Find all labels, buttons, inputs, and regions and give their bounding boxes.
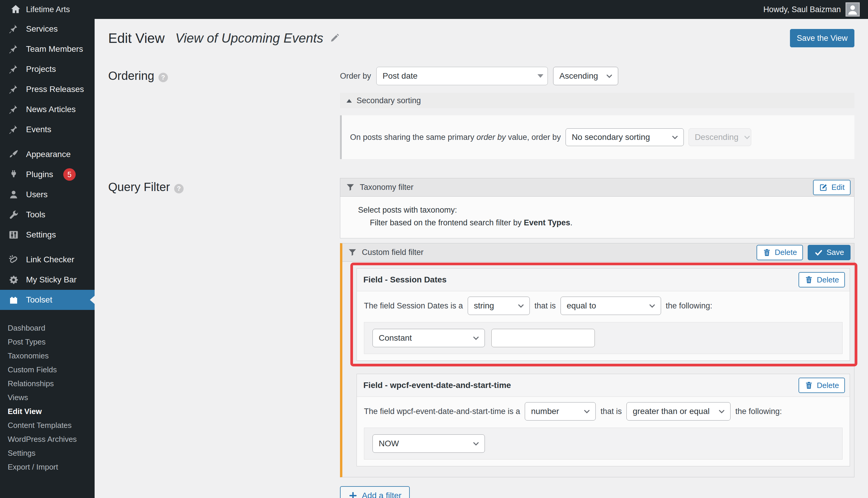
menu-separator	[0, 140, 95, 144]
submenu-item-settings[interactable]: Settings	[0, 446, 95, 460]
value-source-select[interactable]: NOW	[373, 434, 485, 453]
comparison-value: greater than or equal	[633, 407, 709, 416]
custom-filter-save-button[interactable]: Save	[808, 245, 851, 260]
taxonomy-edit-label: Edit	[831, 183, 845, 192]
sidebar-item-toolset[interactable]: Toolset	[0, 290, 95, 310]
admin-bar-site[interactable]: Lifetime Arts	[10, 4, 70, 15]
submenu-item-custom-fields[interactable]: Custom Fields	[0, 363, 95, 377]
comparison-value: equal to	[567, 301, 596, 311]
value-source-value: Constant	[379, 333, 412, 343]
sidebar-item-label: Services	[26, 24, 58, 34]
order-direction-select[interactable]: Ascending	[553, 67, 618, 85]
sidebar-item-events[interactable]: Events	[0, 119, 95, 140]
comparison-select[interactable]: greater than or equal	[626, 402, 731, 420]
secondary-sentence: On posts sharing the same primary order …	[350, 133, 561, 142]
help-icon[interactable]: ?	[174, 184, 184, 193]
sidebar-item-news-articles[interactable]: News Articles	[0, 100, 95, 119]
taxonomy-summary-line1: Select posts with taxonomy:	[358, 206, 847, 215]
pushpin-icon	[8, 44, 19, 54]
howdy-text[interactable]: Howdy, Saul Baizman	[763, 5, 841, 14]
help-icon[interactable]: ?	[159, 73, 168, 82]
field-type-select[interactable]: string	[468, 297, 530, 315]
submenu-item-post-types[interactable]: Post Types	[0, 335, 95, 349]
admin-bar: Lifetime Arts Howdy, Saul Baizman	[0, 0, 868, 19]
sentence-prefix: The field wpcf-event-date-and-start-time…	[364, 407, 520, 416]
site-name[interactable]: Lifetime Arts	[26, 5, 70, 14]
submenu-item-views[interactable]: Views	[0, 391, 95, 405]
taxonomy-filter-panel: Taxonomy filter Edit Select posts with t…	[340, 178, 854, 238]
menu-separator	[0, 245, 95, 250]
avatar[interactable]	[845, 2, 860, 16]
brush-icon	[8, 149, 19, 160]
submenu-item-content-templates[interactable]: Content Templates	[0, 418, 95, 432]
edit-view-form: Ordering ? Order by Post date Ascending …	[95, 50, 868, 498]
secondary-sorting-panel: On posts sharing the same primary order …	[340, 115, 854, 159]
submenu-item-export-import[interactable]: Export / Import	[0, 460, 95, 474]
brick-icon	[8, 294, 19, 305]
field-type-value: string	[474, 301, 494, 311]
admin-sidebar: Services Team Members Projects Press Rel…	[0, 19, 95, 498]
field-event-date-value-box: NOW	[364, 428, 843, 460]
sidebar-item-users[interactable]: Users	[0, 185, 95, 205]
secondary-sorting-toggle[interactable]: Secondary sorting	[340, 93, 854, 108]
sidebar-item-label: Settings	[26, 230, 56, 239]
field-event-date-title: Field - wpcf-event-date-and-start-time	[363, 381, 511, 390]
constant-value-input[interactable]	[491, 329, 595, 347]
trash-icon	[804, 275, 813, 284]
taxonomy-filter-body: Select posts with taxonomy: Filter based…	[340, 197, 854, 238]
sidebar-item-services[interactable]: Services	[0, 19, 95, 39]
plugins-update-badge: 5	[63, 168, 76, 181]
field-session-dates-sentence: The field Session Dates is a string that…	[364, 297, 843, 315]
custom-field-filter-panel: Custom field filter Delete Save	[340, 243, 854, 477]
sentence-that-is: that is	[600, 407, 622, 416]
sidebar-item-label: Link Checker	[26, 255, 74, 264]
order-by-label: Order by	[340, 71, 371, 81]
taxonomy-edit-button[interactable]: Edit	[813, 180, 851, 195]
person-icon	[846, 3, 859, 16]
custom-field-filter-title: Custom field filter	[362, 248, 424, 257]
submenu-item-dashboard[interactable]: Dashboard	[0, 321, 95, 335]
sidebar-item-projects[interactable]: Projects	[0, 59, 95, 79]
sidebar-item-label: Appearance	[26, 149, 71, 159]
chevron-down-icon	[717, 407, 726, 416]
sidebar-item-label: My Sticky Bar	[26, 275, 77, 285]
pushpin-icon	[8, 104, 19, 115]
taxonomy-line2-suffix: .	[570, 218, 573, 227]
custom-field-filter-header: Custom field filter Delete Save	[342, 244, 854, 262]
value-source-select[interactable]: Constant	[373, 329, 485, 347]
secondary-direction-value: Descending	[695, 132, 738, 142]
sidebar-item-label: News Articles	[26, 105, 76, 114]
custom-filter-delete-button[interactable]: Delete	[757, 245, 803, 260]
submenu-item-taxonomies[interactable]: Taxonomies	[0, 349, 95, 363]
submenu-item-wordpress-archives[interactable]: WordPress Archives	[0, 432, 95, 446]
edit-title-icon[interactable]	[329, 33, 340, 43]
secondary-sorting-select[interactable]: No secondary sorting	[565, 128, 684, 146]
taxonomy-line2-prefix: Filter based on the frontend search filt…	[370, 218, 521, 227]
taxonomy-filter-title: Taxonomy filter	[360, 183, 414, 192]
sidebar-item-my-sticky-bar[interactable]: My Sticky Bar	[0, 270, 95, 290]
sidebar-item-label: Press Releases	[26, 84, 84, 94]
sentence-suffix: the following:	[735, 407, 782, 416]
order-by-select[interactable]: Post date	[376, 67, 548, 85]
sidebar-item-plugins[interactable]: Plugins 5	[0, 165, 95, 185]
sidebar-item-team-members[interactable]: Team Members	[0, 39, 95, 59]
sidebar-item-settings[interactable]: Settings	[0, 225, 95, 245]
admin-bar-account[interactable]: Howdy, Saul Baizman	[763, 2, 860, 16]
field-session-dates-delete-button[interactable]: Delete	[799, 272, 845, 287]
sidebar-item-link-checker[interactable]: Link Checker	[0, 250, 95, 270]
save-view-button[interactable]: Save the View	[790, 29, 854, 47]
add-filter-button[interactable]: Add a filter	[340, 486, 410, 498]
collapse-triangle-icon	[347, 96, 352, 103]
field-type-select[interactable]: number	[525, 402, 596, 420]
submenu-item-edit-view[interactable]: Edit View	[0, 405, 95, 418]
comparison-select[interactable]: equal to	[561, 297, 661, 315]
secondary-sentence-prefix: On posts sharing the same primary	[350, 133, 474, 142]
query-filter-section-label: Query Filter ?	[108, 178, 340, 194]
sidebar-item-appearance[interactable]: Appearance	[0, 144, 95, 165]
submenu-item-relationships[interactable]: Relationships	[0, 377, 95, 391]
sidebar-item-press-releases[interactable]: Press Releases	[0, 79, 95, 100]
pushpin-icon	[8, 64, 19, 75]
taxonomy-filter-header: Taxonomy filter Edit	[340, 178, 854, 197]
sidebar-item-tools[interactable]: Tools	[0, 205, 95, 225]
field-event-date-delete-button[interactable]: Delete	[799, 378, 845, 393]
